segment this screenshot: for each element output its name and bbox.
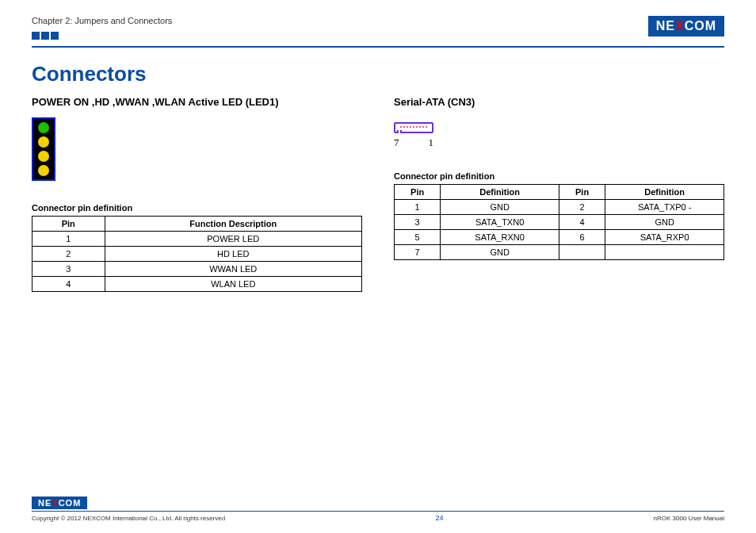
led-heading: POWER ON ,HD ,WWAN ,WLAN Active LED (LED…: [32, 96, 362, 108]
table-row: 3SATA_TXN0 4GND: [395, 215, 724, 230]
page-header: Chapter 2: Jumpers and Connectors NEXCOM: [32, 16, 724, 41]
led-pin-table: Pin Function Description 1POWER LED 2HD …: [32, 216, 362, 292]
footer-logo: NEXCOM: [32, 497, 87, 509]
sata-diagram: 7 1: [394, 117, 724, 149]
wwan-led-icon: [38, 151, 49, 162]
th-func: Function Description: [105, 217, 361, 232]
left-column: POWER ON ,HD ,WWAN ,WLAN Active LED (LED…: [32, 96, 362, 292]
right-table-caption: Connector pin definition: [394, 171, 724, 181]
th-def2: Definition: [605, 185, 724, 200]
table-row: 1GND 2SATA_TXP0 -: [395, 200, 724, 215]
sata-pin-table: Pin Definition Pin Definition 1GND 2SATA…: [394, 184, 724, 260]
table-row: 1POWER LED: [32, 232, 362, 247]
table-row: 4WLAN LED: [32, 277, 362, 292]
power-led-icon: [38, 122, 49, 133]
page-title: Connectors: [32, 62, 724, 86]
sata-pin-labels: 7 1: [394, 136, 433, 149]
led-diagram: [32, 117, 55, 181]
hd-led-icon: [38, 136, 49, 148]
content-columns: POWER ON ,HD ,WWAN ,WLAN Active LED (LED…: [32, 96, 724, 292]
manual-name: nROK 3000 User Manual: [654, 515, 724, 522]
th-pin: Pin: [32, 217, 105, 232]
footer-rule: [32, 511, 724, 512]
page-number: 24: [435, 514, 443, 522]
chapter-label: Chapter 2: Jumpers and Connectors: [32, 16, 172, 25]
table-row: 3WWAN LED: [32, 262, 362, 277]
table-row: 5SATA_RXN0 6SATA_RXP0: [395, 230, 724, 245]
table-row: 7GND: [395, 245, 724, 260]
decorative-squares: [32, 32, 172, 41]
left-table-caption: Connector pin definition: [32, 203, 362, 213]
copyright-text: Copyright © 2012 NEXCOM International Co…: [32, 515, 225, 522]
page-footer: NEXCOM Copyright © 2012 NEXCOM Internati…: [32, 495, 724, 522]
brand-logo: NEXCOM: [648, 16, 724, 36]
table-row: 2HD LED: [32, 247, 362, 262]
wlan-led-icon: [38, 165, 49, 176]
sata-connector-icon: [394, 122, 433, 133]
sata-heading: Serial-ATA (CN3): [394, 96, 724, 108]
right-column: Serial-ATA (CN3) 7 1 Connector pin defin…: [394, 96, 724, 292]
th-def: Definition: [441, 185, 559, 200]
header-rule: [32, 46, 724, 48]
th-pin: Pin: [395, 185, 441, 200]
th-pin2: Pin: [559, 185, 605, 200]
